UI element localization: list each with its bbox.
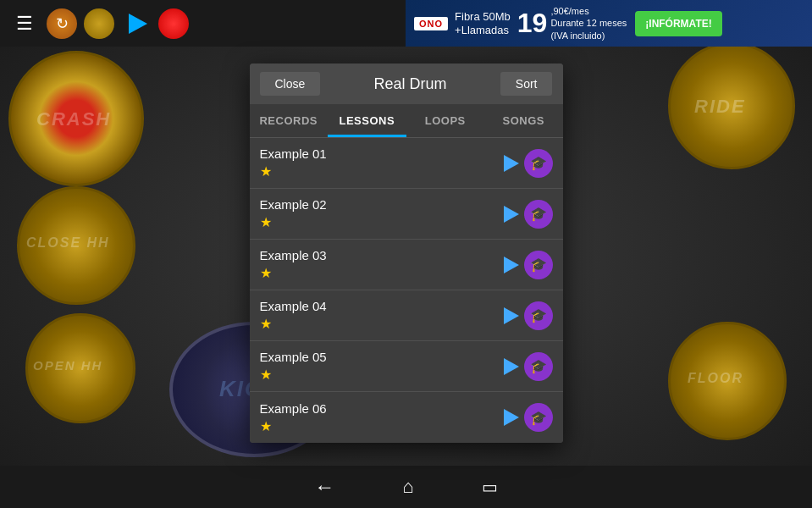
ad-cta-button[interactable]: ¡INFÓRMATE!	[635, 11, 721, 36]
list-item: Example 05 ★ 🎓	[250, 341, 563, 392]
ad-price-sub: ,90€/mes Durante 12 meses (IVA incluido)	[550, 5, 627, 41]
song-title: Example 04	[260, 299, 504, 313]
list-item: Example 01 ★ 🎓	[250, 138, 563, 189]
bottom-nav-bar: ← ⌂ ▭	[0, 466, 812, 508]
song-lesson-button[interactable]: 🎓	[524, 301, 553, 330]
modal-sort-button[interactable]: Sort	[500, 72, 553, 96]
nav-home-button[interactable]: ⌂	[402, 476, 413, 498]
play-triangle	[129, 14, 147, 34]
tab-records[interactable]: RECORDS	[250, 104, 329, 137]
song-lesson-button[interactable]: 🎓	[524, 149, 553, 178]
menu-button[interactable]: ☰	[8, 8, 41, 40]
refresh-button[interactable]: ↻	[46, 8, 78, 40]
tabs-bar: RECORDS LESSONS LOOPS SONGS	[250, 104, 563, 138]
list-item: Example 03 ★ 🎓	[250, 240, 563, 290]
song-lesson-button[interactable]: 🎓	[524, 251, 553, 279]
song-play-button[interactable]	[504, 257, 519, 273]
modal-close-button[interactable]: Close	[260, 72, 321, 96]
tab-lessons[interactable]: LESSONS	[328, 104, 406, 137]
song-info: Example 03 ★	[260, 248, 504, 281]
ad-banner: ONO Fibra 50Mb +Llamadas 19 ,90€/mes Dur…	[406, 0, 812, 47]
song-play-button[interactable]	[504, 358, 519, 375]
song-title: Example 01	[260, 146, 504, 161]
song-actions: 🎓	[504, 149, 553, 178]
ad-price: 19	[517, 8, 548, 39]
nav-recents-button[interactable]: ▭	[482, 477, 498, 497]
song-play-button[interactable]	[504, 155, 519, 172]
song-info: Example 05 ★	[260, 350, 504, 383]
play-icon	[121, 8, 152, 39]
song-info: Example 04 ★	[260, 299, 504, 332]
record-icon	[158, 8, 189, 39]
song-star: ★	[260, 418, 504, 434]
modal-title: Real Drum	[374, 75, 447, 93]
song-lesson-button[interactable]: 🎓	[524, 403, 553, 432]
song-actions: 🎓	[504, 403, 553, 432]
modal-header: Close Real Drum Sort	[250, 64, 563, 104]
song-play-button[interactable]	[504, 409, 519, 426]
song-modal: Close Real Drum Sort RECORDS LESSONS LOO…	[250, 64, 563, 443]
list-item: Example 02 ★ 🎓	[250, 189, 563, 240]
ad-text: Fibra 50Mb +Llamadas	[455, 10, 511, 36]
song-lesson-button[interactable]: 🎓	[524, 352, 553, 381]
song-actions: 🎓	[504, 301, 553, 330]
song-title: Example 06	[260, 401, 504, 416]
record-button[interactable]	[157, 8, 190, 40]
song-title: Example 03	[260, 248, 504, 262]
song-play-button[interactable]	[504, 307, 519, 324]
song-actions: 🎓	[504, 352, 553, 381]
refresh-icon: ↻	[47, 8, 77, 39]
tab-loops[interactable]: LOOPS	[406, 104, 485, 137]
drum-icon	[84, 8, 114, 39]
song-info: Example 01 ★	[260, 146, 504, 179]
menu-icon: ☰	[16, 13, 33, 35]
song-star: ★	[260, 214, 504, 230]
song-actions: 🎓	[504, 251, 553, 279]
top-toolbar: ☰ ↻ ONO Fibra 50Mb +Llamadas 19 ,90€/mes…	[0, 0, 812, 47]
song-star: ★	[260, 367, 504, 383]
song-actions: 🎓	[504, 200, 553, 229]
modal-overlay: Close Real Drum Sort RECORDS LESSONS LOO…	[0, 47, 812, 466]
song-lesson-button[interactable]: 🎓	[524, 200, 553, 229]
song-title: Example 05	[260, 350, 504, 364]
song-list: Example 01 ★ 🎓 Example 02 ★ 🎓	[250, 138, 563, 443]
song-star: ★	[260, 163, 504, 179]
tab-songs[interactable]: SONGS	[484, 104, 563, 137]
nav-back-button[interactable]: ←	[314, 475, 334, 499]
list-item: Example 06 ★ 🎓	[250, 392, 563, 443]
song-star: ★	[260, 316, 504, 332]
drum-button[interactable]	[83, 8, 115, 40]
play-button[interactable]	[120, 8, 152, 40]
list-item: Example 04 ★ 🎓	[250, 290, 563, 341]
song-title: Example 02	[260, 197, 504, 212]
song-play-button[interactable]	[504, 206, 519, 223]
ad-logo: ONO	[414, 17, 448, 30]
song-star: ★	[260, 265, 504, 281]
song-info: Example 06 ★	[260, 401, 504, 434]
song-info: Example 02 ★	[260, 197, 504, 230]
